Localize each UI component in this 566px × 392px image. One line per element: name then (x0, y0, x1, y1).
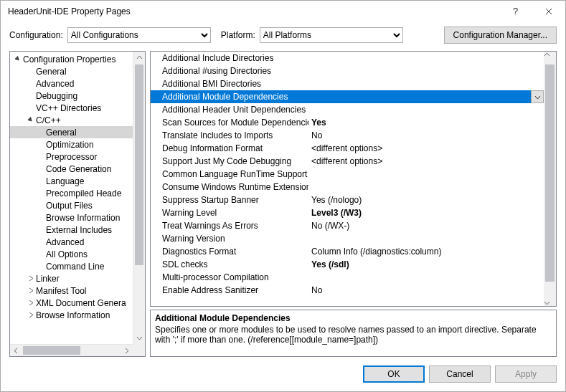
tree-item-label: Output Files (46, 201, 93, 211)
tree-item-cpp-preprocessor[interactable]: Preprocessor (10, 150, 145, 163)
property-value[interactable]: No (308, 285, 544, 295)
property-value[interactable]: No (/WX-) (308, 221, 544, 231)
tree-item-debugging[interactable]: Debugging (10, 90, 145, 102)
tree-item-cpp-command-line[interactable]: Command Line (10, 260, 145, 272)
property-name: Multi-processor Compilation (151, 272, 308, 282)
tree-item-advanced[interactable]: Advanced (10, 77, 145, 90)
property-row[interactable]: Scan Sources for Module DependenciesYes (151, 116, 544, 129)
tree[interactable]: Configuration Properties General Advance… (10, 52, 145, 356)
tree-item-label: C/C++ (36, 115, 61, 125)
tree-item-cpp-code-generation[interactable]: Code Generation (10, 163, 145, 175)
scroll-down-icon[interactable] (544, 300, 550, 306)
property-row[interactable]: Debug Information Format<different optio… (151, 142, 544, 155)
tree-item-cpp-language[interactable]: Language (10, 175, 145, 187)
property-name: Treat Warnings As Errors (151, 221, 308, 231)
configuration-label: Configuration: (9, 30, 63, 40)
dropdown-button[interactable] (531, 90, 544, 103)
property-name: Common Language RunTime Support (151, 169, 308, 179)
property-value[interactable]: <different options> (308, 156, 544, 166)
expand-icon[interactable] (26, 300, 36, 306)
cancel-button[interactable]: Cancel (429, 365, 491, 383)
scroll-up-icon[interactable] (133, 52, 146, 64)
tree-item-xml-doc-generator[interactable]: XML Document Genera (10, 297, 145, 309)
help-button[interactable]: ? (499, 1, 532, 22)
tree-item-label: Browse Information (46, 213, 120, 223)
configuration-select[interactable]: All Configurations (67, 27, 211, 43)
tree-item-cpp-optimization[interactable]: Optimization (10, 138, 145, 150)
tree-item-cpp-browse-information[interactable]: Browse Information (10, 211, 145, 224)
property-grid: Additional Include DirectoriesAdditional… (150, 51, 557, 307)
tree-item-cpp-output-files[interactable]: Output Files (10, 199, 145, 211)
tree-item-browse-information[interactable]: Browse Information (10, 309, 145, 321)
collapse-icon[interactable] (13, 56, 23, 62)
property-row[interactable]: SDL checksYes (/sdl) (151, 258, 544, 271)
scrollbar-thumb[interactable] (545, 64, 555, 282)
property-name: Diagnostics Format (151, 247, 308, 257)
property-row[interactable]: Support Just My Code Debugging<different… (151, 155, 544, 168)
scrollbar-thumb[interactable] (23, 346, 80, 355)
expand-icon[interactable] (26, 275, 36, 282)
apply-button[interactable]: Apply (495, 365, 557, 383)
property-value[interactable]: No (308, 130, 544, 140)
property-row[interactable]: Warning LevelLevel3 (/W3) (151, 206, 544, 219)
tree-item-linker[interactable]: Linker (10, 272, 145, 285)
collapse-icon[interactable] (26, 117, 36, 123)
property-row[interactable]: Treat Warnings As ErrorsNo (/WX-) (151, 219, 544, 232)
ok-button[interactable]: OK (363, 365, 425, 383)
svg-text:?: ? (513, 6, 518, 16)
tree-item-label: Linker (36, 274, 60, 284)
property-value[interactable]: Column Info (/diagnostics:column) (308, 247, 544, 257)
property-row[interactable]: Additional BMI Directories (151, 77, 544, 90)
property-row[interactable]: Multi-processor Compilation (151, 271, 544, 284)
property-row[interactable]: Additional Include Directories (151, 52, 544, 64)
configuration-manager-button[interactable]: Configuration Manager... (444, 27, 557, 44)
tree-vertical-scrollbar[interactable] (133, 52, 145, 344)
property-value[interactable]: Yes (/nologo) (308, 195, 544, 205)
tree-item-manifest-tool[interactable]: Manifest Tool (10, 285, 145, 297)
tree-item-cpp-advanced[interactable]: Advanced (10, 236, 145, 248)
property-name: Additional Include Directories (151, 53, 308, 63)
scrollbar-thumb[interactable] (135, 64, 143, 265)
property-value[interactable]: <different options> (308, 143, 544, 153)
scroll-up-icon[interactable] (544, 52, 556, 58)
title-bar: HeaderUnit-IDE Property Pages ? (1, 1, 565, 22)
property-value[interactable]: Yes (308, 118, 544, 128)
tree-item-label: Command Line (46, 262, 104, 272)
grid-vertical-scrollbar[interactable] (544, 52, 556, 306)
property-row[interactable]: Enable Address SanitizerNo (151, 284, 544, 297)
tree-item-label: Code Generation (46, 164, 111, 174)
platform-label: Platform: (221, 30, 255, 40)
property-name: Consume Windows Runtime Extension (151, 182, 308, 192)
tree-item-cpp-external-includes[interactable]: External Includes (10, 224, 145, 236)
scroll-right-icon[interactable] (121, 345, 133, 357)
tree-item-vcpp-directories[interactable]: VC++ Directories (10, 102, 145, 114)
expand-icon[interactable] (26, 312, 36, 318)
scroll-left-icon[interactable] (10, 345, 22, 357)
property-row[interactable]: Warning Version (151, 232, 544, 245)
scroll-down-icon[interactable] (133, 332, 146, 344)
property-row[interactable]: Additional Module Dependencies (151, 90, 544, 103)
expand-icon[interactable] (26, 287, 36, 294)
tree-item-cpp-all-options[interactable]: All Options (10, 248, 145, 260)
tree-item-cpp[interactable]: C/C++ (10, 114, 145, 126)
tree-panel: Configuration Properties General Advance… (9, 51, 146, 357)
property-row[interactable]: Suppress Startup BannerYes (/nologo) (151, 193, 544, 206)
tree-item-label: VC++ Directories (36, 103, 101, 113)
property-row[interactable]: Translate Includes to ImportsNo (151, 129, 544, 142)
tree-horizontal-scrollbar[interactable] (10, 344, 133, 356)
tree-item-cpp-general[interactable]: General (10, 126, 145, 138)
property-value[interactable]: Level3 (/W3) (308, 208, 544, 218)
dialog-footer: OK Cancel Apply (1, 360, 565, 391)
property-row[interactable]: Additional #using Directories (151, 64, 544, 77)
property-row[interactable]: Consume Windows Runtime Extension (151, 181, 544, 193)
platform-select[interactable]: All Platforms (260, 27, 403, 43)
tree-item-general[interactable]: General (10, 65, 145, 77)
property-row[interactable]: Common Language RunTime Support (151, 168, 544, 181)
tree-item-cpp-precompiled-headers[interactable]: Precompiled Heade (10, 187, 145, 199)
property-row[interactable]: Diagnostics FormatColumn Info (/diagnost… (151, 245, 544, 258)
tree-root[interactable]: Configuration Properties (10, 53, 145, 65)
tree-item-label: Precompiled Heade (46, 188, 121, 199)
property-value[interactable]: Yes (/sdl) (308, 259, 544, 269)
property-row[interactable]: Additional Header Unit Dependencies (151, 103, 544, 116)
close-button[interactable] (532, 1, 565, 22)
